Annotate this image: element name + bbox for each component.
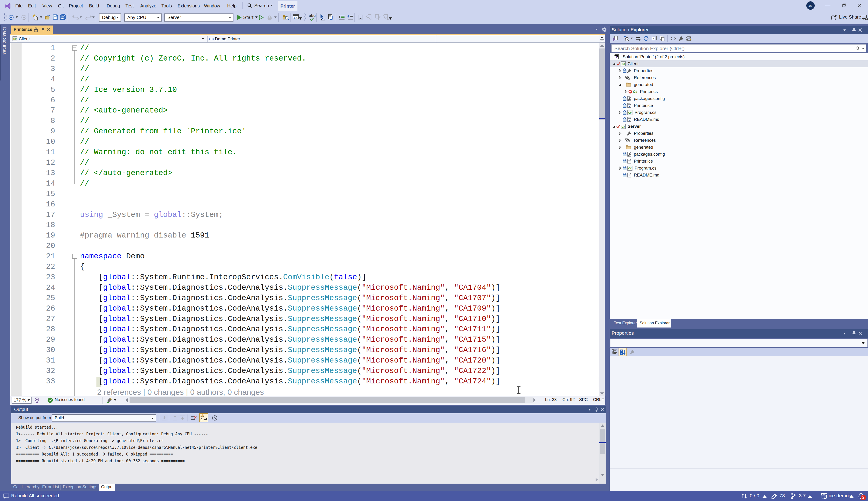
svg-text:A: A — [621, 350, 622, 352]
svg-text:Z: Z — [621, 353, 622, 355]
